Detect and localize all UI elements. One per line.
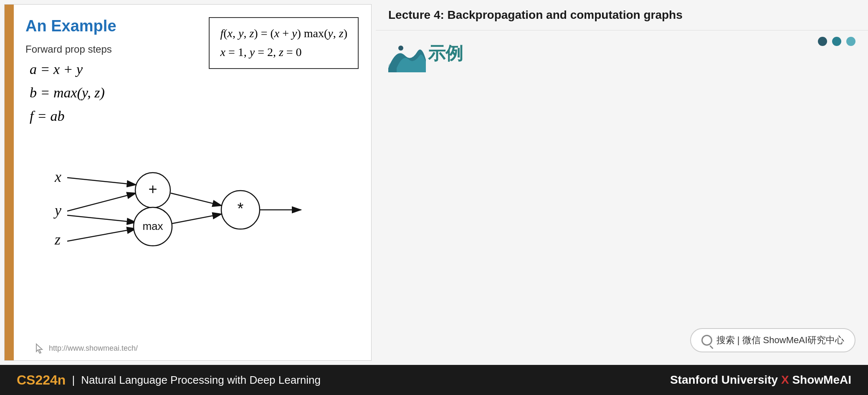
lecture-header: Lecture 4: Backpropagation and computati… — [376, 0, 868, 31]
slide-footer: http://www.showmeai.tech/ — [34, 342, 138, 354]
separator: | — [72, 374, 75, 387]
chinese-section: 示例 — [388, 39, 855, 68]
svg-line-12 — [172, 214, 222, 224]
dot-3 — [846, 37, 855, 46]
slide-content: An Example f(x, y, z) = (x + y) max(y, z… — [17, 5, 371, 360]
search-box[interactable]: 搜索 | 微信 ShowMeAI研究中心 — [690, 328, 855, 352]
math-line-b: b = max(y, z) — [30, 85, 359, 101]
bottom-left: CS224n | Natural Language Processing wit… — [17, 372, 321, 388]
svg-point-18 — [398, 46, 403, 51]
svg-line-6 — [67, 229, 136, 241]
svg-text:y: y — [53, 202, 61, 219]
course-code: CS224n — [17, 372, 66, 388]
dots-indicator — [818, 37, 855, 46]
svg-text:x: x — [54, 168, 61, 185]
formula-line2: x = 1, y = 2, z = 0 — [220, 43, 347, 62]
svg-line-11 — [171, 193, 222, 206]
cursor-icon — [34, 342, 46, 354]
math-line-f: f = ab — [30, 108, 359, 124]
svg-line-3 — [67, 178, 136, 185]
x-separator: X — [781, 373, 792, 386]
svg-line-4 — [67, 193, 136, 211]
dot-2 — [832, 37, 841, 46]
footer-url: http://www.showmeai.tech/ — [49, 344, 138, 353]
lecture-title: Lecture 4: Backpropagation and computati… — [388, 8, 683, 21]
landscape-icon — [388, 39, 422, 68]
brand-name: ShowMeAI — [792, 373, 851, 386]
orange-bar — [5, 5, 14, 360]
right-panel: Lecture 4: Backpropagation and computati… — [376, 0, 868, 365]
slide-panel: An Example f(x, y, z) = (x + y) max(y, z… — [4, 4, 372, 361]
search-text: 搜索 | 微信 ShowMeAI研究中心 — [716, 334, 844, 347]
dot-1 — [818, 37, 827, 46]
right-content: 示例 搜索 | 微信 ShowMeAI研究中心 — [376, 31, 868, 365]
formula-line1: f(x, y, z) = (x + y) max(y, z) — [220, 24, 347, 43]
search-icon — [701, 335, 712, 346]
bottom-right: Stanford University X ShowMeAI — [670, 373, 851, 387]
svg-line-5 — [67, 215, 136, 222]
svg-text:z: z — [54, 231, 61, 248]
bottom-bar: CS224n | Natural Language Processing wit… — [0, 365, 868, 395]
svg-text:max: max — [142, 220, 163, 232]
course-name: Natural Language Processing with Deep Le… — [81, 374, 321, 387]
graph-container: x y z — [42, 133, 359, 251]
svg-text:+: + — [148, 181, 157, 198]
formula-box: f(x, y, z) = (x + y) max(y, z) x = 1, y … — [209, 17, 359, 69]
university-name: Stanford University — [670, 373, 778, 386]
content-area: An Example f(x, y, z) = (x + y) max(y, z… — [0, 0, 868, 365]
svg-text:*: * — [238, 200, 244, 217]
chinese-title: 示例 — [428, 42, 463, 65]
computation-graph: x y z — [42, 133, 314, 250]
main-container: An Example f(x, y, z) = (x + y) max(y, z… — [0, 0, 868, 395]
